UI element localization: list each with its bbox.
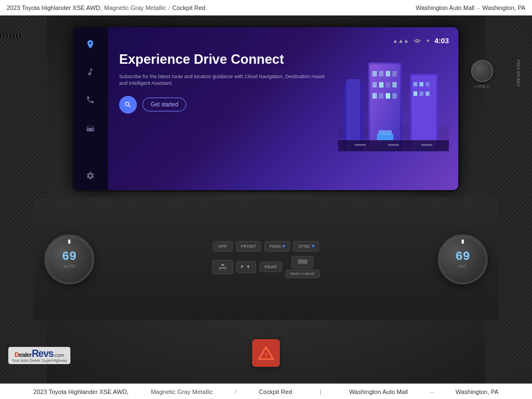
- infotainment-screen: ▲▲▲ ✦ 4:03 Experience Drive Connect Subs…: [72, 25, 460, 192]
- defrost-btn[interactable]: [212, 260, 233, 274]
- pass-button[interactable]: PASS: [264, 241, 290, 252]
- footer-dealer: Washington Auto Mall: [349, 388, 408, 395]
- middle-controls: OFF FRONT PASS SYNC: [100, 241, 432, 278]
- front-button[interactable]: FRONT: [236, 241, 262, 252]
- rear-defrost-btn[interactable]: [291, 256, 314, 268]
- sync-button[interactable]: SYNC: [293, 241, 319, 252]
- vent-bottom-center: [0, 33, 22, 38]
- knob-indicator-right: [462, 239, 464, 244]
- volume-label: ◁ VOL ▷: [474, 84, 490, 89]
- color-label: Magnetic Gray Metallic: [104, 4, 166, 11]
- svg-text:!: !: [265, 351, 267, 359]
- photo-area: ▲▲▲ ✦ 4:03 Experience Drive Connect Subs…: [0, 16, 532, 383]
- airbag-label: PASS AIR BAG: [516, 60, 521, 86]
- screen-bezel: [72, 25, 460, 192]
- separator1: /: [168, 4, 170, 11]
- rear-button[interactable]: REAR: [259, 262, 282, 272]
- trim-label: Cockpit Red: [172, 4, 206, 11]
- header-bar: 2023 Toyota Highlander XSE AWD, Magnetic…: [0, 0, 532, 16]
- watermark-dealer: Dealer: [14, 351, 32, 358]
- left-temp-display: 69: [62, 250, 76, 264]
- footer-dash: –: [430, 388, 433, 395]
- footer-color: Magnetic Gray Metallic: [151, 388, 213, 395]
- watermark-tagline: Your Auto Dealer SuperHighway: [12, 359, 67, 362]
- watermark-logo: Dealer Revs .com Your Auto Dealer SuperH…: [8, 347, 70, 364]
- off-button[interactable]: OFF: [213, 241, 233, 252]
- car-title: 2023 Toyota Highlander XSE AWD,: [7, 4, 102, 11]
- car-info: 2023 Toyota Highlander XSE AWD, Magnetic…: [7, 4, 206, 11]
- hazard-button[interactable]: !: [252, 339, 280, 367]
- top-control-row: OFF FRONT PASS SYNC: [213, 241, 320, 252]
- watermark-revs: Revs: [32, 349, 53, 359]
- right-temp-knob[interactable]: 69 A/C: [438, 234, 488, 284]
- watermark: Dealer Revs .com Your Auto Dealer SuperH…: [8, 347, 70, 364]
- right-temp-display: 69: [456, 250, 470, 264]
- controls-area: 69 AUTO OFF FRONT PASS SYNC: [33, 198, 499, 320]
- left-temp-knob[interactable]: 69 AUTO: [44, 234, 94, 284]
- footer-car-title: 2023 Toyota Highlander XSE AWD,: [33, 388, 129, 395]
- volume-knob-area: ◁ VOL ▷: [471, 60, 493, 89]
- dealer-name: Washington Auto Mall: [416, 4, 474, 11]
- dealer-separator: –: [477, 4, 480, 11]
- bottom-control-row: REAR REAR CLIMATE: [212, 256, 319, 278]
- volume-knob[interactable]: [471, 60, 493, 82]
- vent-btn[interactable]: [236, 261, 256, 273]
- footer-bar: 2023 Toyota Highlander XSE AWD, Magnetic…: [0, 383, 532, 399]
- footer-trim: Cockpit Red: [259, 388, 292, 395]
- footer-location: Washington, PA: [456, 388, 499, 395]
- right-temp-mode: A/C: [459, 264, 466, 269]
- left-temp-mode: AUTO: [63, 264, 75, 269]
- rear-climate-btn[interactable]: REAR CLIMATE: [285, 269, 320, 278]
- footer-separator: /: [235, 388, 237, 395]
- knob-indicator-left: [68, 239, 70, 244]
- dealer-info: Washington Auto Mall – Washington, PA: [416, 4, 525, 11]
- watermark-com: .com: [53, 352, 64, 358]
- hazard-area: !: [252, 339, 280, 367]
- dealer-location: Washington, PA: [482, 4, 525, 11]
